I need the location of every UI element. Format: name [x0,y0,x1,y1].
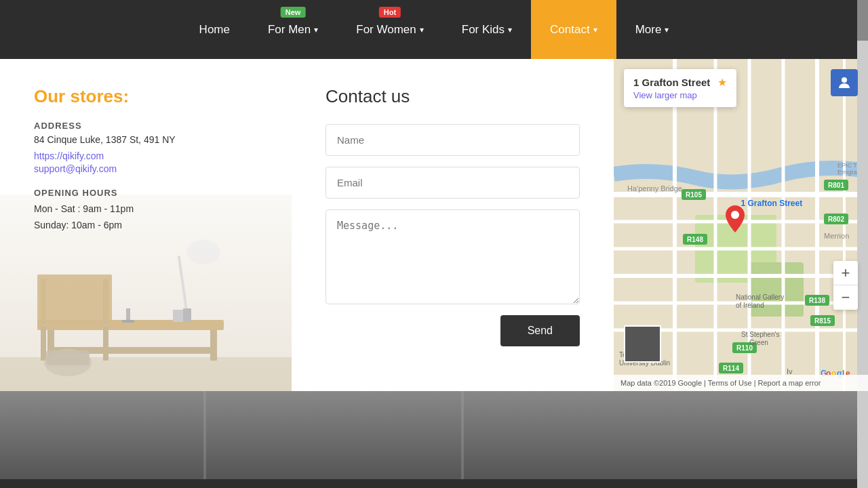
svg-text:Emigra: Emigra [837,169,857,176]
opening-hours-weekday: Mon - Sat : 9am - 11pm [34,201,264,218]
message-input[interactable] [326,209,580,304]
svg-text:R114: R114 [723,365,739,372]
left-content: Our stores: ADDRESS 84 Cinque Luke, 1387… [34,86,264,234]
svg-point-68 [731,211,739,219]
zoom-in-button[interactable]: + [833,261,858,285]
nav-home[interactable]: Home [180,0,249,59]
star-icon: ★ [717,77,727,88]
name-input[interactable] [326,124,580,156]
nav-more[interactable]: More ▾ [616,0,688,59]
nav-more-label: More [635,23,662,37]
map-footer: Map data ©2019 Google | Terms of Use | R… [614,375,868,391]
badge-hot: Hot [379,7,401,18]
decorative-strip [0,391,868,479]
pin-label: 1 Grafton Street [741,199,803,208]
map-legend: 1 Grafton Street ★ View larger map [624,69,736,107]
map-avatar [831,69,858,96]
nav-home-label: Home [199,23,230,37]
zoom-out-button[interactable]: − [833,285,858,310]
svg-rect-14 [37,274,112,322]
chevron-down-icon-women: ▾ [420,25,424,35]
map-thumbnail [624,325,661,363]
contact-title: Contact us [326,86,580,107]
svg-rect-16 [46,350,90,365]
opening-hours-label: OPENING HOURS [34,188,264,198]
svg-text:of Ireland: of Ireland [736,302,764,309]
view-larger-map-link[interactable]: View larger map [633,90,727,100]
scrollbar[interactable] [857,0,868,488]
contact-panel: Contact us Send [292,59,614,391]
badge-new: New [281,7,306,18]
nav-for-men[interactable]: New For Men ▾ [249,0,337,59]
navbar: Home New For Men ▾ Hot For Women ▾ For K… [0,0,868,59]
svg-text:R801: R801 [828,182,844,189]
svg-text:National Gallery: National Gallery [736,293,784,301]
map-pin [726,205,745,235]
svg-text:R148: R148 [687,236,703,243]
left-panel: Our stores: ADDRESS 84 Cinque Luke, 1387… [0,59,292,391]
svg-rect-11 [103,327,108,361]
map-footer-text: Map data ©2019 Google | Terms of Use | R… [620,379,821,387]
email-input[interactable] [326,167,580,199]
svg-text:R138: R138 [809,297,825,304]
nav-for-women-label: For Women [356,23,416,37]
nav-contact[interactable]: Contact ▾ [531,0,616,59]
chevron-down-icon-kids: ▾ [508,25,512,35]
svg-rect-0 [0,357,292,391]
main-content: Our stores: ADDRESS 84 Cinque Luke, 1387… [0,59,868,391]
address-label: ADDRESS [34,121,264,131]
svg-text:EPIC T: EPIC T [837,162,857,169]
svg-rect-18 [122,320,134,323]
svg-rect-10 [41,327,46,361]
svg-text:R815: R815 [814,317,831,325]
svg-point-67 [842,77,847,83]
map-location-name: 1 Grafton Street [633,77,710,88]
footer-strip: Flexible layout & design [0,479,868,488]
chevron-down-icon-contact: ▾ [593,25,597,35]
email-link[interactable]: support@qikify.com [34,163,264,174]
map-panel: R105 R801 R148 R802 R138 R815 R110 R114 … [614,59,868,391]
svg-text:R105: R105 [686,191,702,199]
nav-for-kids[interactable]: For Kids ▾ [443,0,531,59]
svg-text:Ha'penny Bridge: Ha'penny Bridge [627,184,682,192]
send-button[interactable]: Send [500,315,580,346]
nav-for-kids-label: For Kids [462,23,505,37]
address-text: 84 Cinque Luke, 1387 St, 491 NY [34,134,264,145]
website-link[interactable]: https://qikify.com [34,150,264,161]
svg-point-6 [186,240,220,264]
nav-contact-label: Contact [550,23,590,37]
chevron-down-icon-more: ▾ [665,25,669,35]
opening-hours-sunday: Sunday: 10am - 6pm [34,218,264,234]
our-stores-title: Our stores: [34,86,264,107]
svg-rect-8 [183,308,191,322]
map-zoom-controls: + − [833,261,858,310]
svg-rect-2 [210,327,217,361]
nav-for-men-label: For Men [268,23,311,37]
svg-text:Merrion: Merrion [824,232,849,240]
svg-text:St Stephen's: St Stephen's [741,331,779,338]
svg-text:Green: Green [749,339,768,346]
nav-for-women[interactable]: Hot For Women ▾ [337,0,443,59]
chevron-down-icon: ▾ [314,25,318,35]
svg-text:R802: R802 [828,216,844,223]
scrollbar-thumb[interactable] [857,0,868,41]
